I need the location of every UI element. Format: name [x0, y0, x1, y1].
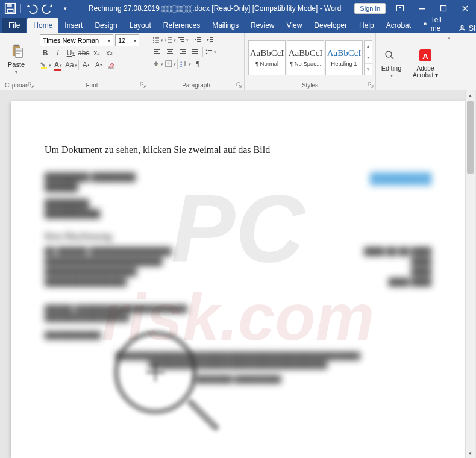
change-case-button[interactable]: Aa: [65, 60, 77, 71]
share-button[interactable]: Share: [451, 24, 476, 33]
bullets-icon: [152, 36, 160, 44]
document-page[interactable]: PC risk.com Um Dokument zu sehen, klicke…: [11, 101, 465, 458]
styles-dialog-launcher-icon[interactable]: [368, 82, 374, 88]
clipboard-dialog-launcher-icon[interactable]: [28, 82, 34, 88]
svg-rect-1: [7, 4, 12, 7]
svg-rect-44: [182, 51, 186, 52]
shading-button[interactable]: [152, 58, 163, 69]
clear-formatting-button[interactable]: [106, 60, 117, 71]
editing-dropdown[interactable]: Editing ▾: [380, 34, 403, 87]
underline-button[interactable]: U: [65, 48, 76, 58]
svg-rect-41: [167, 53, 173, 54]
highlight-icon: [40, 61, 48, 69]
tab-acrobat[interactable]: Acrobat: [380, 18, 417, 33]
styles-gallery-scroll[interactable]: ▴▾▿: [364, 40, 372, 75]
maximize-icon[interactable]: [433, 0, 454, 17]
decrease-indent-button[interactable]: [192, 34, 203, 45]
scrollbar-thumb[interactable]: [467, 101, 474, 174]
find-icon: [383, 46, 400, 63]
svg-text:Z: Z: [180, 64, 182, 67]
italic-button[interactable]: I: [52, 48, 63, 58]
qat-customize-icon[interactable]: ▾: [58, 2, 72, 15]
tab-design[interactable]: Design: [89, 18, 123, 33]
superscript-button[interactable]: x2: [104, 48, 114, 58]
line-spacing-button[interactable]: [205, 46, 216, 57]
svg-rect-50: [192, 55, 198, 55]
svg-rect-40: [168, 51, 172, 52]
tell-me-search[interactable]: Tell me: [417, 16, 451, 33]
sort-button[interactable]: AZ: [180, 58, 190, 69]
close-icon[interactable]: [454, 0, 476, 17]
tab-references[interactable]: References: [157, 18, 206, 33]
gallery-more-icon[interactable]: ▿: [365, 64, 372, 75]
gallery-up-icon[interactable]: ▴: [365, 41, 372, 52]
document-area: PC risk.com Um Dokument zu sehen, klicke…: [0, 90, 476, 458]
style-no-spacing[interactable]: AaBbCcI¶ No Spac...: [287, 40, 324, 75]
bold-button[interactable]: B: [40, 48, 51, 58]
tab-home[interactable]: Home: [27, 18, 58, 33]
scroll-up-icon[interactable]: ▴: [466, 90, 475, 100]
svg-rect-15: [155, 37, 159, 38]
numbering-icon: 123: [164, 36, 173, 44]
tab-developer[interactable]: Developer: [308, 18, 353, 33]
multilevel-list-button[interactable]: [177, 34, 188, 45]
gallery-down-icon[interactable]: ▾: [365, 52, 372, 64]
font-family-value: Times New Roman: [43, 37, 106, 44]
blurred-embedded-image[interactable]: ████████ ████████ ██████ ████████ ██████…: [45, 172, 431, 384]
shrink-font-button[interactable]: A▾: [93, 60, 104, 71]
font-dialog-launcher-icon[interactable]: [140, 82, 146, 88]
strikethrough-button[interactable]: abc: [78, 48, 89, 58]
increase-indent-button[interactable]: [205, 34, 216, 45]
save-icon[interactable]: [4, 2, 17, 15]
tab-file[interactable]: File: [2, 18, 26, 33]
grow-font-button[interactable]: A▴: [81, 60, 92, 71]
ribbon-display-options-icon[interactable]: [389, 0, 411, 17]
align-right-button[interactable]: [177, 46, 188, 57]
paste-button[interactable]: Paste ▾: [4, 34, 29, 81]
font-size-combo[interactable]: 12▾: [115, 34, 139, 46]
redo-icon[interactable]: [42, 2, 55, 15]
style-heading-1[interactable]: AaBbCcIHeading 1: [325, 40, 363, 75]
borders-button[interactable]: [164, 58, 175, 69]
align-right-icon: [178, 48, 187, 56]
tell-me-label: Tell me: [431, 16, 445, 33]
align-left-icon: [153, 48, 161, 56]
numbering-button[interactable]: 123: [164, 34, 175, 45]
group-font-label: Font: [40, 81, 144, 89]
group-styles-label: Styles: [248, 81, 372, 89]
tab-insert[interactable]: Insert: [58, 18, 89, 33]
paragraph-dialog-launcher-icon[interactable]: [236, 82, 242, 88]
svg-rect-7: [425, 23, 425, 25]
font-family-combo[interactable]: Times New Roman▾: [40, 34, 113, 46]
align-center-button[interactable]: [164, 46, 175, 57]
qat-separator: [20, 4, 21, 13]
show-hide-button[interactable]: ¶: [192, 58, 203, 69]
svg-rect-52: [208, 50, 212, 51]
svg-rect-23: [168, 40, 172, 40]
scroll-down-icon[interactable]: ▾: [466, 448, 475, 458]
font-color-button[interactable]: A: [52, 60, 63, 71]
adobe-acrobat-button[interactable]: A Adobe Acrobat ▾: [411, 34, 440, 89]
undo-icon[interactable]: [25, 2, 38, 15]
minimize-icon[interactable]: [411, 0, 433, 17]
subscript-button[interactable]: x2: [91, 48, 102, 58]
align-left-button[interactable]: [152, 46, 163, 57]
align-center-icon: [166, 48, 174, 56]
svg-rect-34: [210, 41, 213, 42]
justify-button[interactable]: [190, 46, 201, 57]
vertical-scrollbar[interactable]: ▴ ▾: [465, 90, 475, 458]
text-highlight-button[interactable]: [40, 60, 51, 71]
tab-help[interactable]: Help: [353, 18, 380, 33]
style-normal[interactable]: AaBbCcI¶ Normal: [248, 40, 286, 75]
svg-rect-31: [197, 41, 201, 42]
svg-rect-19: [155, 42, 159, 43]
tab-layout[interactable]: Layout: [124, 18, 157, 33]
sign-in-button[interactable]: Sign in: [354, 3, 386, 14]
tab-mailings[interactable]: Mailings: [206, 18, 245, 33]
svg-rect-26: [178, 37, 184, 38]
outdent-icon: [193, 36, 202, 44]
bullets-button[interactable]: [152, 34, 163, 45]
collapse-ribbon-icon[interactable]: ˄: [443, 33, 454, 90]
tab-view[interactable]: View: [281, 18, 308, 33]
tab-review[interactable]: Review: [245, 18, 280, 33]
